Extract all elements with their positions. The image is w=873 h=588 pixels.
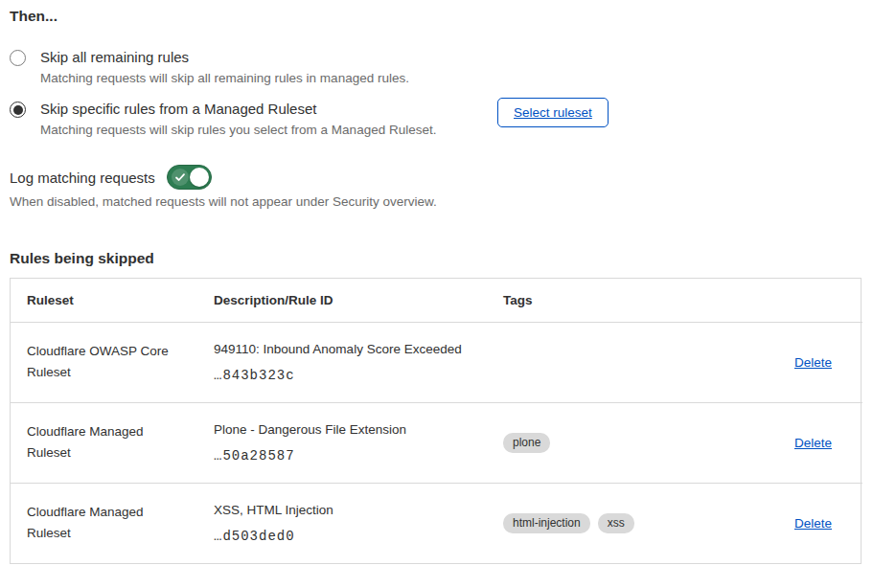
column-header-tags: Tags	[503, 279, 724, 322]
action-cell: Delete	[724, 322, 862, 402]
rule-description: Plone - Dangerous File Extension	[214, 421, 503, 439]
description-cell: 949110: Inbound Anomaly Score Exceeded…8…	[214, 322, 503, 402]
skipped-rules-body: Cloudflare OWASP Core Ruleset949110: Inb…	[11, 322, 862, 563]
waf-skip-rule-panel: Then... Skip all remaining rules Matchin…	[0, 0, 873, 588]
column-header-description: Description/Rule ID	[214, 279, 503, 322]
action-cell: Delete	[724, 402, 862, 483]
radio-option-text: Skip specific rules from a Managed Rules…	[40, 99, 436, 140]
radio-skip-all-label[interactable]: Skip all remaining rules	[40, 47, 409, 67]
column-header-ruleset: Ruleset	[11, 279, 214, 322]
rule-id: …d503ded0	[214, 529, 503, 544]
then-heading: Then...	[10, 8, 57, 25]
log-matching-requests-description: When disabled, matched requests will not…	[10, 194, 437, 209]
rule-description: XSS, HTML Injection	[214, 502, 503, 519]
description-cell: XSS, HTML Injection…d503ded0	[214, 483, 503, 563]
radio-skip-specific[interactable]	[10, 102, 26, 118]
ruleset-name: Cloudflare Managed Ruleset	[27, 502, 185, 544]
column-header-actions	[724, 279, 862, 322]
description-cell: Plone - Dangerous File Extension…50a2858…	[214, 402, 503, 483]
ruleset-cell: Cloudflare OWASP Core Ruleset	[11, 322, 214, 402]
table-row: Cloudflare Managed RulesetXSS, HTML Inje…	[11, 483, 862, 563]
tag-pill: html-injection	[503, 513, 590, 533]
tag-pill: plone	[503, 433, 550, 453]
table-row: Cloudflare OWASP Core Ruleset949110: Inb…	[11, 322, 862, 402]
delete-link[interactable]: Delete	[794, 355, 832, 370]
tags-cell: html-injectionxss	[503, 483, 724, 563]
rule-id: …843b323c	[214, 368, 503, 383]
select-ruleset-button[interactable]: Select ruleset	[497, 98, 609, 127]
log-requests-toggle[interactable]	[167, 165, 212, 190]
ruleset-name: Cloudflare Managed Ruleset	[27, 421, 185, 464]
radio-option-skip-all: Skip all remaining rules Matching reques…	[10, 47, 409, 88]
check-icon	[172, 169, 189, 186]
ruleset-cell: Cloudflare Managed Ruleset	[11, 402, 214, 483]
table-row: Cloudflare Managed RulesetPlone - Danger…	[11, 402, 862, 483]
table-header-row: Ruleset Description/Rule ID Tags	[11, 279, 862, 322]
tags-cell: plone	[503, 402, 724, 483]
log-matching-requests-row: Log matching requests	[10, 165, 212, 190]
radio-skip-all-description: Matching requests will skip all remainin…	[40, 69, 409, 88]
ruleset-cell: Cloudflare Managed Ruleset	[11, 483, 214, 563]
delete-link[interactable]: Delete	[794, 516, 832, 531]
tag-pill: xss	[598, 513, 634, 533]
tags-cell	[503, 322, 724, 402]
radio-skip-all[interactable]	[10, 50, 26, 66]
rule-id: …50a28587	[214, 448, 503, 464]
delete-link[interactable]: Delete	[794, 436, 832, 450]
ruleset-name: Cloudflare OWASP Core Ruleset	[27, 341, 185, 383]
log-matching-requests-label: Log matching requests	[10, 170, 155, 186]
radio-option-text: Skip all remaining rules Matching reques…	[40, 47, 409, 88]
radio-skip-specific-label[interactable]: Skip specific rules from a Managed Rules…	[40, 99, 436, 119]
toggle-knob[interactable]	[190, 168, 209, 187]
radio-skip-specific-description: Matching requests will skip rules you se…	[40, 121, 436, 140]
action-cell: Delete	[724, 483, 862, 563]
rules-being-skipped-heading: Rules being skipped	[10, 250, 154, 267]
radio-option-skip-specific: Skip specific rules from a Managed Rules…	[10, 99, 436, 140]
skipped-rules-table: Ruleset Description/Rule ID Tags Cloudfl…	[10, 278, 862, 564]
rule-description: 949110: Inbound Anomaly Score Exceeded	[214, 341, 503, 358]
